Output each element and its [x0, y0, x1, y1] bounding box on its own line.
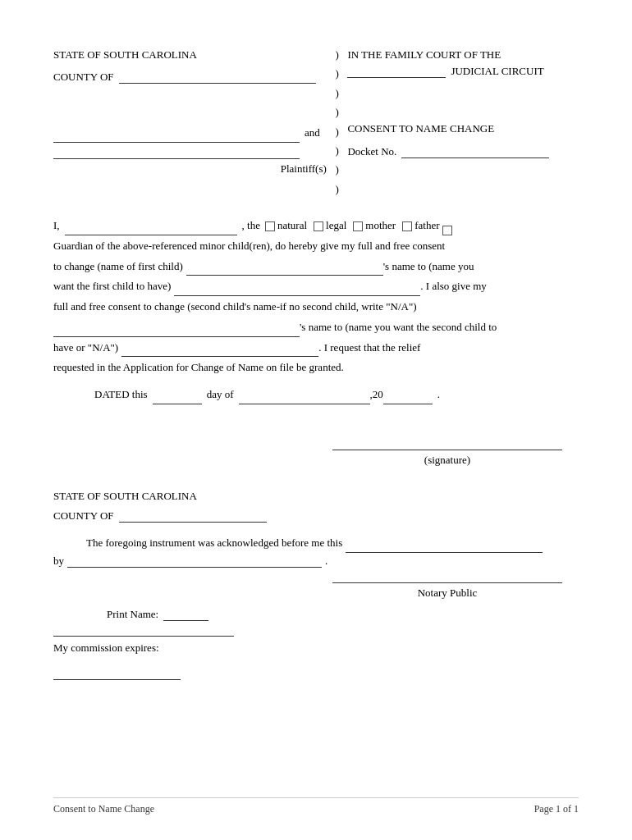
mother-label: mother	[365, 217, 396, 235]
legal-checkbox[interactable]	[314, 221, 323, 231]
name-field[interactable]	[65, 222, 237, 235]
commission-underline	[53, 636, 234, 637]
commission-date-underline	[53, 679, 181, 680]
second-new-name-field[interactable]	[121, 344, 318, 357]
change-name-text: to change (name of first child)	[53, 258, 183, 276]
dated-year-field[interactable]	[383, 391, 433, 404]
natural-label: natural	[277, 217, 307, 235]
notary-county-field[interactable]	[119, 509, 267, 523]
by-period: .	[325, 555, 327, 568]
print-name-label: Print Name:	[107, 608, 158, 621]
party-field-2[interactable]	[53, 146, 300, 159]
footer: Consent to Name Change Page 1 of 1	[53, 797, 579, 815]
party-field-1[interactable]	[53, 130, 300, 143]
mother-checkbox[interactable]	[353, 221, 363, 231]
docket-label: Docket No.	[347, 145, 396, 158]
by-label: by	[53, 555, 64, 568]
request-text: . I request that the relief	[318, 339, 420, 358]
extra-checkbox[interactable]	[442, 226, 452, 235]
notary-public-label: Notary Public	[332, 587, 562, 600]
by-field[interactable]	[67, 555, 322, 568]
and-label: and	[305, 123, 320, 142]
second-name-text: 's name to (name you want the second chi…	[300, 318, 497, 337]
natural-checkbox-item: natural	[265, 217, 307, 235]
have-na-row: have or "N/A") . I request that the reli…	[53, 339, 579, 358]
guardian-line: Guardian of the above-referenced minor c…	[53, 237, 579, 256]
county-field[interactable]	[119, 71, 316, 84]
requested-text: requested in the Application for Change …	[53, 361, 344, 373]
dated-row: DATED this day of ,20 .	[53, 386, 579, 404]
consent-label: CONSENT TO NAME CHANGE	[347, 119, 579, 139]
full-free-line: full and free consent to change (second …	[53, 298, 579, 317]
notary-county-label: COUNTY OF	[53, 509, 114, 523]
foregoing-row: The foregoing instrument was acknowledge…	[53, 534, 579, 553]
docket-field[interactable]	[401, 145, 549, 158]
circuit-field[interactable]	[347, 65, 446, 78]
court-line2: JUDICIAL CIRCUIT	[451, 65, 543, 78]
right-header: IN THE FAMILY COURT OF THE JUDICIAL CIRC…	[347, 45, 579, 199]
i-label: I,	[53, 217, 60, 235]
the-label: , the	[242, 217, 260, 235]
commission-section: My commission expires:	[53, 636, 579, 680]
commission-label: My commission expires:	[53, 641, 579, 655]
notary-county-row: COUNTY OF	[53, 509, 579, 523]
document-page: STATE OF SOUTH CAROLINA COUNTY OF and Pl…	[0, 0, 632, 840]
change-name-row: to change (name of first child) 's name …	[53, 258, 579, 276]
plaintiff-label: Plaintiff(s)	[281, 162, 327, 176]
by-row: by .	[53, 555, 579, 568]
and-row: and	[53, 123, 327, 142]
dated-day-field[interactable]	[153, 391, 202, 404]
name-to-text: 's name to (name you	[383, 258, 474, 276]
body-section: I, , the natural legal mother father	[53, 217, 579, 404]
signature-line	[332, 450, 562, 450]
print-name-row: Print Name:	[53, 608, 579, 621]
foregoing-text: The foregoing instrument was acknowledge…	[86, 534, 342, 553]
year-prefix: ,20	[370, 386, 383, 404]
notary-state: STATE OF SOUTH CAROLINA	[53, 490, 579, 503]
second-child-name-field[interactable]	[53, 324, 300, 337]
plaintiff-row: Plaintiff(s)	[53, 162, 327, 176]
court-line1: IN THE FAMILY COURT OF THE	[347, 45, 579, 65]
legal-label: legal	[326, 217, 346, 235]
state-label: STATE OF SOUTH CAROLINA	[53, 45, 327, 64]
signature-section: (signature)	[53, 450, 579, 467]
footer-right: Page 1 of 1	[534, 803, 579, 815]
notary-sig-line	[332, 582, 562, 583]
want-first-row: want the first child to have) . I also g…	[53, 277, 579, 296]
first-child-name-field[interactable]	[186, 262, 383, 276]
dated-month-field[interactable]	[239, 391, 370, 404]
father-checkbox-item: father	[402, 217, 439, 235]
i-row: I, , the natural legal mother father	[53, 217, 579, 235]
signature-label: (signature)	[332, 454, 562, 467]
natural-checkbox[interactable]	[265, 221, 275, 231]
requested-line: requested in the Application for Change …	[53, 358, 579, 377]
left-header: STATE OF SOUTH CAROLINA COUNTY OF and Pl…	[53, 45, 327, 199]
first-new-name-field[interactable]	[174, 283, 420, 296]
foregoing-date-field[interactable]	[346, 540, 543, 553]
county-row: COUNTY OF	[53, 71, 327, 84]
dated-label: DATED this	[94, 386, 148, 404]
county-label: COUNTY OF	[53, 71, 114, 84]
paren-divider: ) ) ) ) ) ) ) )	[327, 45, 348, 199]
mother-checkbox-item: mother	[353, 217, 396, 235]
notary-sig-section: Notary Public	[53, 582, 579, 600]
guardian-text: Guardian of the above-referenced minor c…	[53, 240, 445, 252]
legal-checkbox-item: legal	[314, 217, 346, 235]
full-free-text: full and free consent to change (second …	[53, 300, 417, 313]
have-or-na-text: have or "N/A")	[53, 339, 118, 358]
father-checkbox[interactable]	[402, 221, 412, 231]
footer-left: Consent to Name Change	[53, 803, 154, 815]
second-name-row: 's name to (name you want the second chi…	[53, 318, 579, 337]
print-name-field[interactable]	[163, 608, 208, 621]
notary-section: STATE OF SOUTH CAROLINA COUNTY OF The fo…	[53, 490, 579, 680]
day-label: day of	[207, 386, 234, 404]
want-first-text: want the first child to have)	[53, 277, 171, 296]
also-give-text: . I also give my	[420, 277, 487, 296]
header-section: STATE OF SOUTH CAROLINA COUNTY OF and Pl…	[53, 45, 579, 199]
period: .	[437, 386, 440, 404]
father-label: father	[414, 217, 439, 235]
